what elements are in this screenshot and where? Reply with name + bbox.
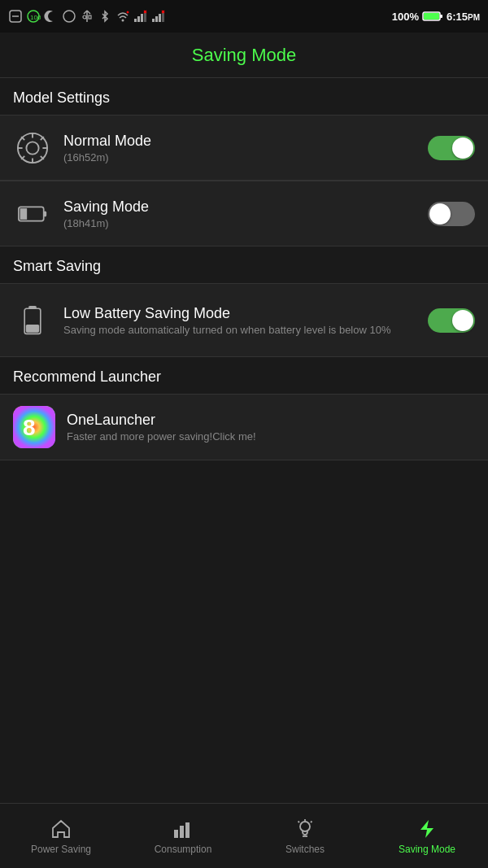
svg-point-49 — [300, 822, 310, 831]
home-icon — [50, 818, 72, 840]
smart-saving-header: Smart Saving — [0, 246, 488, 284]
saving-mode-subtitle: (18h41m) — [63, 217, 418, 229]
saving-mode-item[interactable]: Saving Mode (18h41m) — [0, 181, 488, 246]
svg-rect-39 — [44, 211, 46, 216]
bluetooth-icon — [98, 9, 112, 24]
svg-rect-9 — [89, 15, 91, 19]
signal2-icon — [151, 9, 166, 24]
svg-marker-54 — [420, 820, 434, 838]
low-battery-subtitle: Saving mode automatically turned on when… — [63, 324, 418, 336]
nav-switches[interactable]: Switches — [244, 804, 366, 868]
usb-icon — [80, 9, 94, 24]
svg-rect-26 — [440, 15, 442, 18]
time-display: 6:15PM — [447, 11, 480, 23]
svg-rect-14 — [137, 16, 140, 22]
bolt-icon — [416, 818, 438, 840]
svg-rect-19 — [152, 19, 155, 22]
nav-saving-mode[interactable]: Saving Mode — [366, 804, 488, 868]
nav-switches-label: Switches — [285, 844, 325, 855]
model-settings-header: Model Settings — [0, 78, 488, 116]
low-battery-content: Low Battery Saving Mode Saving mode auto… — [63, 305, 418, 336]
svg-point-8 — [83, 15, 86, 19]
nav-saving-mode-label: Saving Mode — [399, 844, 455, 855]
wifi-icon — [115, 9, 130, 24]
battery-percent: 100% — [392, 11, 419, 23]
app-icon-1: 100 — [26, 9, 41, 24]
no-disturb-icon — [8, 9, 23, 24]
normal-mode-item[interactable]: Normal Mode (16h52m) — [0, 116, 488, 181]
globe-icon — [62, 9, 76, 24]
bottom-nav: Power Saving Consumption Switches — [0, 803, 488, 868]
bulb-icon — [294, 818, 316, 840]
recommend-launcher-header: Recommend Launcher — [0, 357, 488, 395]
saving-mode-toggle[interactable] — [428, 202, 475, 226]
low-battery-toggle[interactable] — [428, 308, 475, 333]
svg-rect-43 — [26, 324, 39, 332]
svg-point-10 — [122, 20, 124, 22]
status-icons-left: 100 — [8, 9, 166, 24]
page-title: Saving Mode — [192, 45, 296, 66]
svg-rect-27 — [424, 13, 439, 20]
svg-line-52 — [298, 821, 300, 822]
nav-consumption[interactable]: Consumption — [122, 804, 244, 868]
moon-icon — [44, 9, 59, 24]
svg-rect-20 — [155, 16, 158, 22]
saving-mode-title: Saving Mode — [63, 198, 418, 216]
saving-mode-content: Saving Mode (18h41m) — [63, 198, 418, 229]
status-right: 100% 6:15PM — [392, 11, 480, 23]
battery-landscape-icon — [13, 194, 52, 233]
gear-icon — [13, 129, 52, 168]
bars-icon — [172, 818, 194, 840]
svg-line-53 — [311, 821, 312, 822]
nav-consumption-label: Consumption — [155, 844, 212, 855]
normal-mode-toggle[interactable] — [428, 136, 475, 160]
one-launcher-title: OneLauncher — [67, 412, 475, 429]
normal-mode-title: Normal Mode — [63, 133, 418, 150]
signal-icon — [133, 9, 148, 24]
launcher-icon: 8 — [13, 406, 55, 448]
battery-icon — [422, 11, 443, 22]
low-battery-item[interactable]: Low Battery Saving Mode Saving mode auto… — [0, 284, 488, 357]
main-content: Model Settings Normal Mode ( — [0, 78, 488, 803]
nav-power-saving[interactable]: Power Saving — [0, 804, 122, 868]
low-battery-title: Low Battery Saving Mode — [63, 305, 418, 322]
battery-portrait-icon — [13, 301, 52, 340]
svg-text:100: 100 — [30, 14, 41, 21]
svg-point-29 — [26, 142, 38, 154]
status-bar: 100 100% 6:15PM — [0, 0, 488, 33]
svg-rect-47 — [180, 826, 184, 838]
nav-power-saving-label: Power Saving — [31, 844, 91, 855]
one-launcher-subtitle: Faster and more power saving!Click me! — [67, 430, 475, 443]
svg-rect-15 — [141, 14, 143, 22]
one-launcher-content: OneLauncher Faster and more power saving… — [67, 412, 475, 443]
svg-text:8: 8 — [23, 415, 36, 440]
page-header: Saving Mode — [0, 33, 488, 78]
normal-mode-subtitle: (16h52m) — [63, 151, 418, 164]
svg-rect-46 — [174, 830, 178, 838]
normal-mode-content: Normal Mode (16h52m) — [63, 133, 418, 164]
one-launcher-item[interactable]: 8 OneLauncher Faster and more power savi… — [0, 395, 488, 460]
svg-point-4 — [63, 11, 75, 22]
svg-rect-48 — [185, 822, 190, 838]
svg-rect-13 — [134, 19, 137, 22]
svg-rect-21 — [159, 14, 161, 22]
svg-rect-40 — [20, 208, 28, 220]
